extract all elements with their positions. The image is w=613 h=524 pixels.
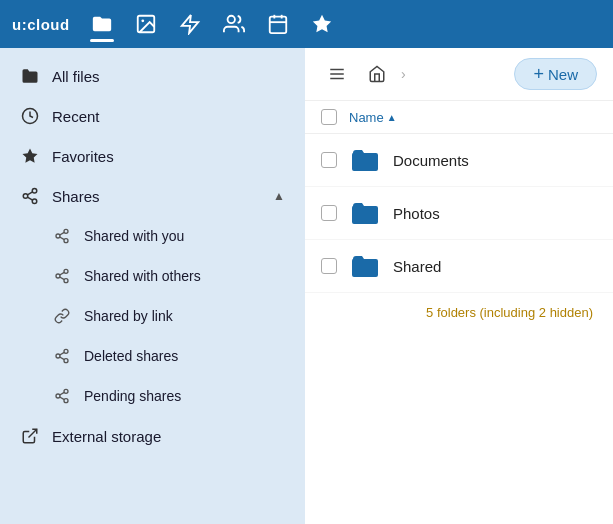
svg-line-14	[27, 192, 32, 195]
sidebar-item-shared-by-link-label: Shared by link	[84, 308, 173, 324]
svg-point-1	[141, 19, 144, 22]
svg-point-27	[64, 359, 68, 363]
sidebar-item-external-storage[interactable]: External storage	[0, 416, 305, 456]
sidebar-item-shared-with-you[interactable]: Shared with you	[16, 216, 305, 256]
nav-files-icon[interactable]	[82, 4, 122, 44]
top-nav: u:cloud	[0, 0, 613, 48]
file-name-documents: Documents	[393, 152, 469, 169]
svg-point-21	[56, 274, 60, 278]
sidebar-item-shared-with-others[interactable]: Shared with others	[16, 256, 305, 296]
sidebar-item-pending-shares[interactable]: Pending shares	[16, 376, 305, 416]
file-name-shared: Shared	[393, 258, 441, 275]
nav-calendar-icon[interactable]	[258, 4, 298, 44]
share-others-icon	[52, 266, 72, 286]
shares-sub-items: Shared with you Shared with others	[0, 216, 305, 416]
shares-chevron-icon: ▲	[273, 189, 285, 203]
sidebar-item-shared-with-others-label: Shared with others	[84, 268, 201, 284]
sidebar-item-shared-by-link[interactable]: Shared by link	[16, 296, 305, 336]
sidebar-item-all-files[interactable]: All files	[0, 56, 305, 96]
external-storage-icon	[20, 426, 40, 446]
svg-point-30	[64, 389, 68, 393]
status-text: 5 folders (including 2 hidden)	[305, 293, 613, 332]
file-list-header: Name ▲	[305, 101, 613, 134]
share-you-icon	[52, 226, 72, 246]
clock-icon	[20, 106, 40, 126]
nav-users-icon[interactable]	[214, 4, 254, 44]
sidebar-item-shared-with-you-label: Shared with you	[84, 228, 184, 244]
svg-line-18	[60, 237, 65, 240]
new-plus-icon: +	[533, 65, 544, 83]
content-toolbar: › + New	[305, 48, 613, 101]
main-layout: All files Recent Favorites	[0, 48, 613, 524]
svg-line-24	[60, 272, 65, 275]
table-row[interactable]: Shared	[305, 240, 613, 293]
svg-point-12	[32, 199, 37, 204]
svg-point-20	[64, 269, 68, 273]
share-icon	[20, 186, 40, 206]
svg-line-33	[60, 397, 65, 400]
svg-point-11	[23, 194, 28, 199]
svg-point-16	[56, 234, 60, 238]
app-logo: u:cloud	[12, 16, 70, 33]
folder-icon	[20, 66, 40, 86]
table-row[interactable]: Documents	[305, 134, 613, 187]
sidebar: All files Recent Favorites	[0, 48, 305, 524]
sidebar-item-recent[interactable]: Recent	[0, 96, 305, 136]
select-all-checkbox[interactable]	[321, 109, 337, 125]
svg-point-32	[64, 399, 68, 403]
svg-point-26	[56, 354, 60, 358]
sort-asc-icon: ▲	[387, 112, 397, 123]
name-column-header[interactable]: Name ▲	[349, 110, 397, 125]
svg-marker-9	[23, 149, 38, 163]
toggle-sidebar-button[interactable]	[321, 58, 353, 90]
home-breadcrumb-button[interactable]	[361, 58, 393, 90]
pending-shares-icon	[52, 386, 72, 406]
svg-line-34	[60, 392, 65, 395]
nav-activity-icon[interactable]	[170, 4, 210, 44]
new-button-label: New	[548, 66, 578, 83]
svg-line-23	[60, 277, 65, 280]
nav-images-icon[interactable]	[126, 4, 166, 44]
nav-favorites-icon[interactable]	[302, 4, 342, 44]
sidebar-item-favorites[interactable]: Favorites	[0, 136, 305, 176]
sidebar-item-all-files-label: All files	[52, 68, 100, 85]
svg-point-2	[227, 16, 234, 23]
sidebar-item-favorites-label: Favorites	[52, 148, 114, 165]
svg-rect-3	[269, 17, 286, 33]
svg-point-25	[64, 349, 68, 353]
sidebar-item-external-storage-label: External storage	[52, 428, 161, 445]
svg-marker-7	[312, 15, 330, 32]
sidebar-item-recent-label: Recent	[52, 108, 100, 125]
sidebar-item-deleted-shares[interactable]: Deleted shares	[16, 336, 305, 376]
folder-icon-documents	[349, 144, 381, 176]
svg-line-35	[29, 429, 37, 437]
sidebar-section-shares-label: Shares	[52, 188, 100, 205]
svg-line-28	[60, 357, 65, 360]
link-icon	[52, 306, 72, 326]
breadcrumb-separator: ›	[401, 66, 406, 82]
svg-point-31	[56, 394, 60, 398]
svg-point-17	[64, 239, 68, 243]
row-checkbox[interactable]	[321, 258, 337, 274]
svg-line-19	[60, 232, 65, 235]
sidebar-item-pending-shares-label: Pending shares	[84, 388, 181, 404]
svg-point-15	[64, 229, 68, 233]
sidebar-section-shares[interactable]: Shares ▲	[0, 176, 305, 216]
content-area: › + New Name ▲ Documen	[305, 48, 613, 524]
deleted-shares-icon	[52, 346, 72, 366]
file-list: Documents Photos Shared	[305, 134, 613, 524]
new-button[interactable]: + New	[514, 58, 597, 90]
svg-point-10	[32, 189, 37, 194]
row-checkbox[interactable]	[321, 205, 337, 221]
row-checkbox[interactable]	[321, 152, 337, 168]
sidebar-item-deleted-shares-label: Deleted shares	[84, 348, 178, 364]
folder-icon-shared	[349, 250, 381, 282]
svg-point-22	[64, 279, 68, 283]
folder-icon-photos	[349, 197, 381, 229]
star-icon	[20, 146, 40, 166]
file-name-photos: Photos	[393, 205, 440, 222]
svg-line-29	[60, 352, 65, 355]
svg-line-13	[27, 197, 32, 200]
table-row[interactable]: Photos	[305, 187, 613, 240]
